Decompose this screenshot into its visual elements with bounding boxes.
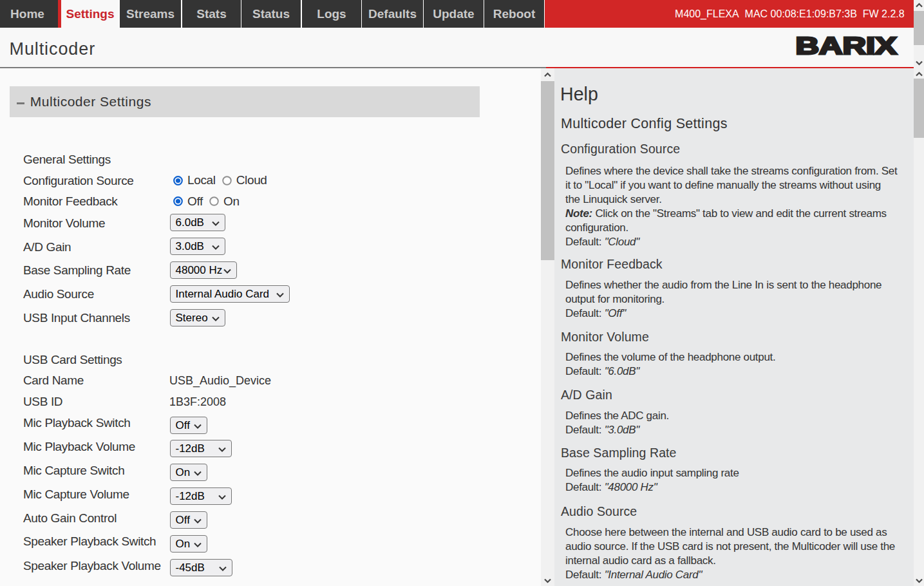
svg-text:BARIX: BARIX (795, 35, 896, 57)
